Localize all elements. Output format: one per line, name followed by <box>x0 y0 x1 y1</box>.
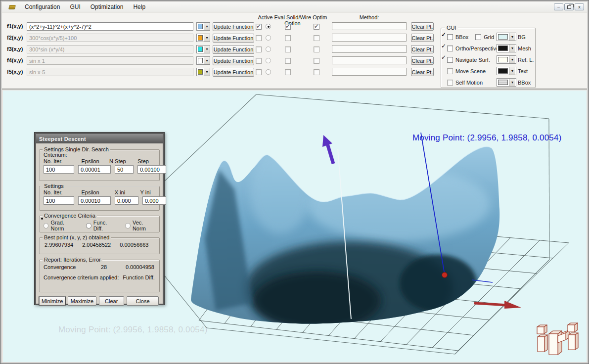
navigate-surf-checkbox[interactable] <box>447 57 453 63</box>
chevron-down-icon[interactable]: ▾ <box>509 79 515 86</box>
f1-method-field[interactable] <box>332 22 407 30</box>
close-button[interactable]: x <box>575 3 584 10</box>
text-color-combo[interactable]: ▾ <box>497 67 516 75</box>
f3-method-field[interactable] <box>332 45 407 53</box>
grid-checkbox[interactable] <box>475 34 481 40</box>
f3-eval-radio[interactable] <box>266 46 271 52</box>
grad-norm-radio[interactable] <box>44 223 48 228</box>
f3-active-checkbox[interactable] <box>256 46 262 52</box>
vec-norm-radio[interactable] <box>125 223 130 228</box>
f2-solidwire-checkbox[interactable] <box>285 35 291 41</box>
settings-xini-input[interactable] <box>115 196 138 205</box>
f2-update-function-button[interactable]: Update Function <box>213 34 254 43</box>
chevron-down-icon[interactable]: ▾ <box>509 67 515 75</box>
f4-update-function-button[interactable]: Update Function <box>213 56 254 65</box>
dialog-titlebar[interactable]: Steepest Descent <box>36 134 163 143</box>
f3-solidwire-checkbox[interactable] <box>285 46 291 52</box>
func-diff-radio[interactable] <box>86 223 91 228</box>
menu-configuration[interactable]: Configuration <box>20 2 65 12</box>
f5-clear-pt-button[interactable]: Clear Pt. <box>411 68 434 76</box>
single-step-input[interactable] <box>137 165 166 174</box>
ref-line-color-swatch <box>498 57 508 62</box>
f1-optim-checkbox[interactable] <box>314 24 319 30</box>
settings-yini-input[interactable] <box>142 196 166 205</box>
maximize-opt-button[interactable]: Maximize <box>68 296 96 306</box>
f2-eval-radio[interactable] <box>266 35 271 41</box>
close-dialog-button[interactable]: Close <box>127 296 159 306</box>
f1-update-function-button[interactable]: Update Function <box>213 22 254 31</box>
f2-method-field[interactable] <box>332 34 407 42</box>
f1-expression-input[interactable] <box>27 22 193 31</box>
f5-active-checkbox[interactable] <box>256 69 262 75</box>
f5-update-function-button[interactable]: Update Function <box>213 68 254 77</box>
f4-method-field[interactable] <box>332 56 407 64</box>
f2-active-checkbox[interactable] <box>256 35 262 41</box>
f4-expression-input[interactable] <box>27 56 193 65</box>
minimize-button[interactable]: – <box>554 3 563 10</box>
f3-expression-input[interactable] <box>27 45 193 53</box>
menu-help[interactable]: Help <box>128 2 150 12</box>
bg-color-combo[interactable]: ▾ <box>497 33 516 41</box>
iterations-value: 28 <box>91 264 117 270</box>
f3-label: f3(x,y) <box>7 46 27 52</box>
chevron-down-icon[interactable]: ▾ <box>509 56 515 63</box>
f1-clear-pt-button[interactable]: Clear Pt. <box>411 22 434 31</box>
chevron-down-icon[interactable]: ▾ <box>509 33 515 41</box>
f5-method-field[interactable] <box>332 68 407 76</box>
f1-active-checkbox[interactable] <box>256 24 262 30</box>
chevron-down-icon[interactable]: ▾ <box>509 45 515 52</box>
chevron-down-icon[interactable]: ▾ <box>204 34 210 42</box>
f2-expression-input[interactable] <box>27 34 193 42</box>
f4-optim-checkbox[interactable] <box>314 58 319 64</box>
ortho-perspective-checkbox[interactable] <box>447 46 453 51</box>
menu-gui[interactable]: GUI <box>65 2 85 12</box>
chevron-down-icon[interactable]: ▾ <box>204 68 210 76</box>
surface-highlight <box>250 150 310 234</box>
f5-expression-input[interactable] <box>27 68 193 76</box>
chevron-down-icon[interactable]: ▾ <box>204 23 210 30</box>
f4-eval-radio[interactable] <box>266 58 271 63</box>
f2-clear-pt-button[interactable]: Clear Pt. <box>411 34 434 42</box>
single-epsilon-input[interactable] <box>78 165 111 174</box>
f2-color-combo[interactable]: ▾ <box>196 34 210 42</box>
chevron-down-icon[interactable]: ▾ <box>204 57 210 64</box>
report-group-title: Report: Iterations, Error <box>43 257 102 263</box>
bbox-checkbox[interactable] <box>447 34 453 40</box>
menu-optimization[interactable]: Optimization <box>86 2 129 12</box>
moving-point-dot[interactable] <box>442 273 448 278</box>
chevron-down-icon[interactable]: ▾ <box>204 46 210 53</box>
f3-clear-pt-button[interactable]: Clear Pt. <box>411 45 434 53</box>
mesh-color-combo[interactable]: ▾ <box>497 44 516 52</box>
minimize-opt-button[interactable]: Minimize <box>39 296 65 306</box>
f1-color-combo[interactable]: ▾ <box>196 22 210 31</box>
f2-optim-checkbox[interactable] <box>314 35 319 41</box>
f5-color-combo[interactable]: ▾ <box>196 68 210 76</box>
single-nstep-input[interactable] <box>115 165 134 174</box>
f5-eval-radio[interactable] <box>266 69 271 75</box>
f1-eval-radio[interactable] <box>266 24 271 29</box>
move-scene-checkbox[interactable] <box>447 68 453 74</box>
restore-button[interactable] <box>564 3 574 10</box>
settings-epsilon-input[interactable] <box>78 196 111 205</box>
single-iter-input[interactable] <box>44 165 74 174</box>
bbox-style-combo[interactable]: ▾ <box>497 78 516 87</box>
f3-color-combo[interactable]: ▾ <box>196 45 210 53</box>
clear-button[interactable]: Clear <box>99 296 124 306</box>
f4-color-combo[interactable]: ▾ <box>196 56 210 65</box>
f4-solidwire-checkbox[interactable] <box>285 58 291 64</box>
dialog-body: Settings Single Dir. Search Criterium: N… <box>36 143 163 304</box>
self-motion-checkbox[interactable] <box>447 80 453 86</box>
f1-solidwire-checkbox[interactable] <box>285 24 291 30</box>
f4-clear-pt-button[interactable]: Clear Pt. <box>411 56 434 65</box>
f3-optim-checkbox[interactable] <box>314 46 319 52</box>
f3-update-function-button[interactable]: Update Function <box>213 45 254 54</box>
settings-iter-input[interactable] <box>44 196 74 205</box>
steepest-descent-dialog: Steepest Descent Settings Single Dir. Se… <box>34 132 165 305</box>
f5-solidwire-checkbox[interactable] <box>285 69 291 75</box>
f5-optim-checkbox[interactable] <box>314 69 319 75</box>
ref-line-color-combo[interactable]: ▾ <box>497 55 516 64</box>
bbox-style-label: BBox <box>518 80 531 86</box>
bbox-label: BBox <box>455 34 468 40</box>
gui-groupbox: GUI BBox Grid ▾ BG Ortho/Perspective ▾ M… <box>441 28 536 88</box>
f4-active-checkbox[interactable] <box>256 58 262 64</box>
